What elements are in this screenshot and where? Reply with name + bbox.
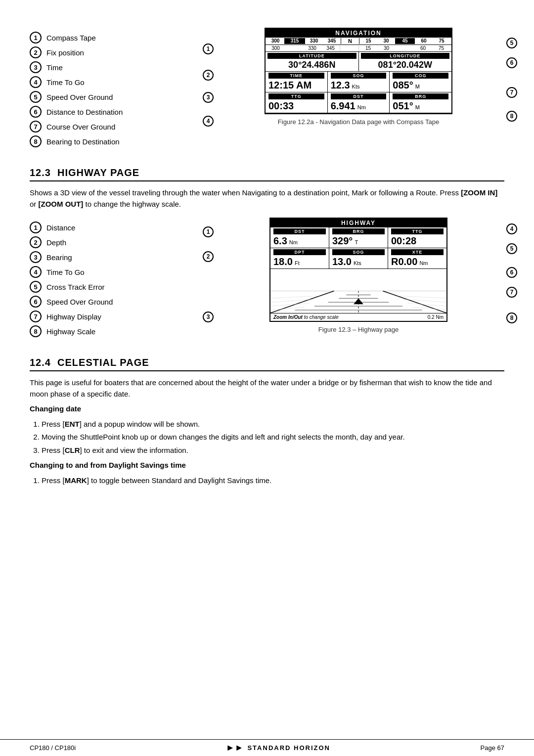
nav-lat-value: 30°24.486N <box>267 60 356 70</box>
hw-circle-4: 4 <box>30 266 42 278</box>
section-12-3-title: 12.3 HIGHWAY PAGE <box>30 167 504 178</box>
footer-model: CP180 / CP180i <box>30 744 76 752</box>
road-svg <box>270 269 446 313</box>
hw-list-item-7: 7 Highway Display <box>30 311 198 322</box>
zoom-out-text: [ZOOM OUT] <box>39 200 84 208</box>
hw-dpt-unit: Ft <box>295 260 300 266</box>
callout-1-nav: 1 <box>203 44 219 54</box>
hw-item-7-label: Highway Display <box>46 312 101 321</box>
body-end-text: to change the highway scale. <box>83 200 181 208</box>
list-item-3: 3 Time <box>30 61 198 73</box>
item-6-label: Distance to Destination <box>46 108 123 116</box>
hw-circle-1: 1 <box>30 222 42 233</box>
nav-brg-value: 051° <box>393 100 413 112</box>
circle-5: 5 <box>30 91 42 103</box>
nav-lat-label: LATITUDE <box>267 53 356 59</box>
callout-8-nav: 8 <box>506 111 522 122</box>
hw-dst-unit: Nm <box>289 239 298 245</box>
hw-sog-value: 13.0 <box>332 256 352 267</box>
list-item-7: 7 Course Over Ground <box>30 121 198 133</box>
or-text: or <box>30 200 39 208</box>
callout-7-nav: 7 <box>506 87 522 98</box>
nav-latlon-row: LATITUDE 30°24.486N LONGITUDE 081°20.042… <box>266 52 451 72</box>
hw-item-2-label: Depth <box>46 238 66 247</box>
hw-item-1-label: Distance <box>46 223 75 232</box>
figure-12-2a-caption: Figure 12.2a - Navigation Data page with… <box>278 118 439 126</box>
date-step-1: Press [ENT] and a popup window will be s… <box>42 419 504 430</box>
hw-dst-value: 6.3 <box>273 235 287 247</box>
hw-item-4-label: Time To Go <box>46 268 85 276</box>
hw-brg-value: 329° <box>332 235 353 247</box>
hw-callout-6: 6 <box>506 267 522 278</box>
section-12-4-changing-date-heading: Changing date <box>30 403 504 415</box>
hw-list-item-8: 8 Highway Scale <box>30 325 198 337</box>
item-1-label: Compass Tape <box>46 34 96 42</box>
figure-12-2a-section: 1 Compass Tape 2 Fix position 3 Time 4 T… <box>30 28 504 151</box>
callout-3-nav: 3 <box>203 92 219 103</box>
hw-dpt-sog-xte-row: DPT 18.0 Ft SOG 13.0 Kts <box>270 248 446 269</box>
figure-12-3-display: 1 2 3 4 5 6 7 8 <box>213 218 504 333</box>
hw-circle-7: 7 <box>30 311 42 322</box>
nav-time-sog-cog-row: TIME 12:15 AM SOG 12.3 Kts COG <box>266 72 451 92</box>
section-12-4-header: 12.4 CELESTIAL PAGE <box>30 357 504 371</box>
list-item-2: 2 Fix position <box>30 46 198 58</box>
figure-12-3-list: 1 Distance 2 Depth 3 Bearing 4 Time To G… <box>30 218 198 341</box>
item-4-label: Time To Go <box>46 78 85 87</box>
circle-3: 3 <box>30 61 42 73</box>
hw-ttg-cell: TTG 00:28 <box>388 227 446 248</box>
hw-ttg-value: 00:28 <box>391 235 416 247</box>
hw-brg-unit: T <box>355 239 358 245</box>
hw-zoom-scale: 0.2 Nm <box>428 314 444 320</box>
circle-7: 7 <box>30 121 42 133</box>
section-12-4-body: This page is useful for boaters that are… <box>30 377 504 400</box>
hw-item-3-label: Bearing <box>46 253 72 262</box>
nav-cog-cell: COG 085° M <box>390 72 451 92</box>
nav-dst-cell: DST 6.941 Nm <box>328 92 390 113</box>
circle-4: 4 <box>30 76 42 88</box>
nav-lon-label: LONGITUDE <box>361 53 450 59</box>
hw-item-6-label: Speed Over Ground <box>46 298 113 306</box>
hw-sog-cell: SOG 13.0 Kts <box>329 248 388 268</box>
nav-lon-value: 081°20.042W <box>361 60 450 70</box>
hw-dpt-value: 18.0 <box>273 256 293 267</box>
hw-dst-cell: DST 6.3 Nm <box>270 227 329 248</box>
hw-xte-unit: Nm <box>419 260 428 266</box>
section-12-3-body: Shows a 3D view of the vessel traveling … <box>30 187 504 210</box>
list-item-5: 5 Speed Over Ground <box>30 91 198 103</box>
footer-page: Page 67 <box>481 744 504 752</box>
hw-xte-cell: XTE R0.00 Nm <box>388 248 446 268</box>
nav-data-list: 1 Compass Tape 2 Fix position 3 Time 4 T… <box>30 32 198 147</box>
list-item-4: 4 Time To Go <box>30 76 198 88</box>
nav-ttg-value: 00:33 <box>268 100 294 112</box>
nav-ttg-cell: TTG 00:33 <box>266 92 328 113</box>
item-7-label: Course Over Ground <box>46 123 115 131</box>
page-footer: CP180 / CP180i ►► STANDARD HORIZON Page … <box>0 739 534 756</box>
figure-12-2a-display: 1 2 3 4 5 6 7 8 <box>213 28 504 126</box>
hw-callout-7: 7 <box>506 287 522 298</box>
hw-circle-6: 6 <box>30 296 42 308</box>
hw-title: HIGHWAY <box>270 219 446 227</box>
nav-dst-value: 6.941 <box>331 100 356 112</box>
nav-sog-value: 12.3 <box>331 80 350 91</box>
callout-6-nav: 6 <box>506 57 522 68</box>
zoom-in-text: [ZOOM IN] <box>461 188 497 197</box>
nav-time-value: 12:15 AM <box>268 80 312 91</box>
item-8-label: Bearing to Destination <box>46 137 120 146</box>
callout-4-nav: 4 <box>203 116 219 127</box>
hw-callout-3: 3 <box>203 311 219 322</box>
list-item-6: 6 Distance to Destination <box>30 106 198 118</box>
section-12-4: 12.4 CELESTIAL PAGE This page is useful … <box>30 357 504 486</box>
hw-item-8-label: Highway Scale <box>46 327 95 336</box>
hw-callout-2: 2 <box>203 251 219 262</box>
hw-item-5-label: Cross Track Error <box>46 283 105 291</box>
section-12-4-title: 12.4 CELESTIAL PAGE <box>30 357 504 368</box>
hw-circle-5: 5 <box>30 281 42 293</box>
hw-dst-brg-ttg-row: DST 6.3 Nm BRG 329° T TT <box>270 227 446 248</box>
hw-circle-3: 3 <box>30 251 42 263</box>
hw-road-graphic <box>270 269 446 313</box>
figure-12-2a-block: 1 Compass Tape 2 Fix position 3 Time 4 T… <box>30 28 504 151</box>
hw-list-item-1: 1 Distance <box>30 222 198 233</box>
circle-6: 6 <box>30 106 42 118</box>
daylight-step-1: Press [MARK] to toggle between Standard … <box>42 475 504 487</box>
date-step-2: Moving the ShuttlePoint knob up or down … <box>42 432 504 443</box>
